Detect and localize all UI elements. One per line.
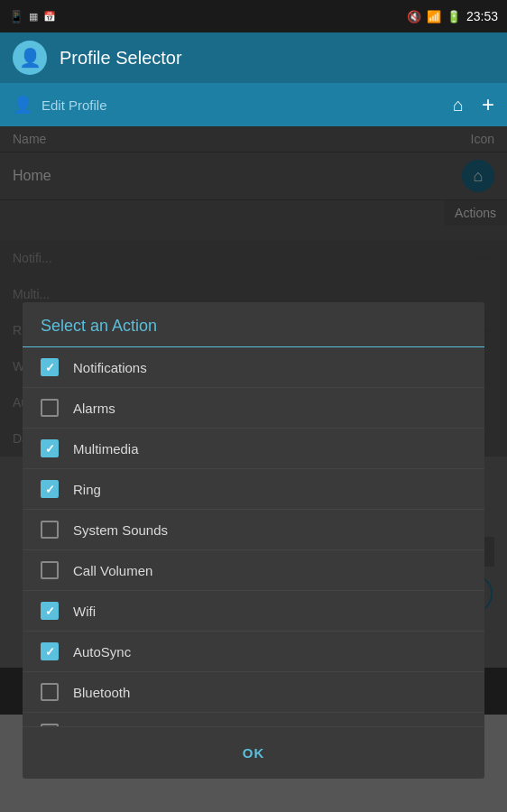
item-label-ring: Ring [73,482,101,497]
dialog-item[interactable]: Airplane Mode [23,713,484,726]
status-bar: 📱 ▦ 📅 🔇 📶 🔋 23:53 [0,0,507,32]
dialog-item[interactable]: Notifications [23,347,484,388]
item-label-airplane-mode: Airplane Mode [73,725,161,727]
status-bar-right: 🔇 📶 🔋 23:53 [407,9,498,23]
home-nav-icon[interactable]: ⌂ [453,95,464,115]
sim-icon: ▦ [29,11,38,23]
checkbox-alarms[interactable] [41,399,59,417]
item-label-bluetooth: Bluetooth [73,685,130,700]
dialog-title: Select an Action [23,302,484,347]
app-icon: 👤 [13,41,47,75]
item-label-system-sounds: System Sounds [73,522,168,538]
battery-icon: 🔋 [447,10,461,23]
item-label-wifi: Wifi [73,604,96,619]
wifi-icon: 📶 [427,10,441,23]
dialog-actions: OK [23,726,484,779]
dialog-item[interactable]: Multimedia [23,429,484,469]
dialog-item[interactable]: Bluetooth [23,672,484,713]
ok-button[interactable]: OK [225,740,283,766]
checkbox-multimedia[interactable] [41,439,59,457]
checkbox-bluetooth[interactable] [41,683,59,701]
select-action-dialog: Select an Action NotificationsAlarmsMult… [23,302,484,779]
dialog-item[interactable]: Call Volumen [23,550,484,591]
dialog-item[interactable]: System Sounds [23,510,484,550]
dialog-item[interactable]: Ring [23,469,484,510]
add-icon[interactable]: + [482,92,494,117]
sub-toolbar: 👤 Edit Profile ⌂ + [0,83,507,126]
item-label-call-volumen: Call Volumen [73,563,152,578]
app-title: Profile Selector [60,48,182,69]
item-label-autosync: AutoSync [73,644,131,660]
sub-toolbar-right: ⌂ + [453,92,494,117]
checkbox-ring[interactable] [41,480,59,498]
clock: 23:53 [466,9,498,23]
dialog-item[interactable]: Alarms [23,388,484,429]
checkbox-airplane-mode[interactable] [41,724,59,726]
calendar-icon: 📅 [43,11,56,23]
checkbox-notifications[interactable] [41,358,59,376]
item-label-multimedia: Multimedia [73,441,139,457]
status-bar-left: 📱 ▦ 📅 [9,10,56,23]
app-icon-symbol: 👤 [19,47,41,69]
checkbox-system-sounds[interactable] [41,521,59,539]
dialog-item[interactable]: AutoSync [23,632,484,672]
app-bar: 👤 Profile Selector [0,32,507,83]
checkbox-wifi[interactable] [41,602,59,620]
edit-profile-label[interactable]: Edit Profile [41,97,107,113]
mute-icon: 🔇 [407,10,421,23]
main-content: Name Icon Home ⌂ Actions Notifi... Multi… [0,126,507,668]
checkbox-autosync[interactable] [41,642,59,660]
item-label-notifications: Notifications [73,360,147,375]
dialog-list: NotificationsAlarmsMultimediaRingSystem … [23,347,484,726]
item-label-alarms: Alarms [73,401,115,416]
sub-toolbar-left: 👤 Edit Profile [13,95,107,115]
person-icon: 👤 [13,95,32,115]
notification-icon: 📱 [9,10,23,23]
checkbox-call-volumen[interactable] [41,561,59,579]
dialog-item[interactable]: Wifi [23,591,484,632]
